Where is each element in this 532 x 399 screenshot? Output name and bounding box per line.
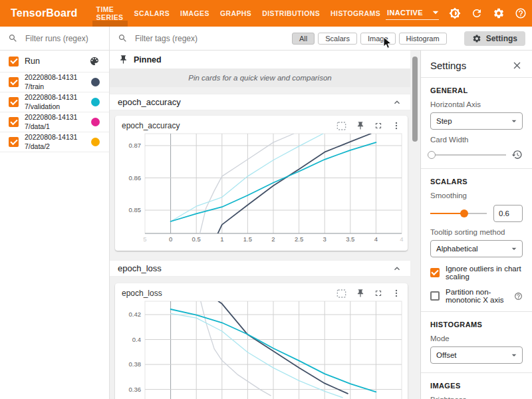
run-master-checkbox[interactable]: [9, 57, 19, 66]
cards-area: Pinned Pin cards for a quick view and co…: [110, 51, 420, 399]
run-checkbox[interactable]: [9, 97, 19, 107]
run-row-data-1[interactable]: 20220808-141317/data/1: [0, 112, 109, 132]
search-icon: [118, 33, 128, 43]
chip-histogram[interactable]: Histogram: [399, 33, 447, 45]
fullscreen-icon[interactable]: [374, 289, 383, 298]
histogram-mode-select[interactable]: Offset: [430, 346, 523, 364]
run-color-dot: [91, 78, 100, 86]
images-heading: IMAGES: [430, 382, 523, 390]
pinned-empty-message: Pin cards for a quick view and compariso…: [110, 68, 410, 87]
svg-text:0.42: 0.42: [129, 311, 142, 318]
filter-runs-field: [0, 27, 109, 51]
filter-tags-field: [118, 33, 283, 44]
settings-panel: Settings GENERAL Horizontal Axis Step Ca…: [420, 51, 532, 399]
svg-text:3: 3: [323, 235, 327, 243]
restore-icon: [511, 149, 523, 160]
svg-text:0.38: 0.38: [129, 360, 142, 368]
run-row-validation[interactable]: 20220808-141317/validation: [0, 92, 109, 112]
run-checkbox[interactable]: [9, 117, 19, 127]
run-color-dot: [91, 118, 100, 126]
gear-icon: [472, 34, 481, 43]
ignore-outliers-checkbox[interactable]: Ignore outliers in chart scaling: [430, 265, 523, 281]
reset-card-width-button[interactable]: [511, 149, 523, 160]
smoothing-slider[interactable]: [430, 209, 487, 218]
run-checkbox[interactable]: [9, 137, 19, 147]
app-header: TensorBoard TIME SERIES SCALARS IMAGES G…: [0, 0, 532, 27]
help-icon[interactable]: [515, 7, 527, 19]
help-icon[interactable]: [514, 292, 523, 301]
svg-text:4: 4: [400, 235, 403, 243]
svg-text:1: 1: [220, 235, 223, 243]
tab-histograms[interactable]: HISTOGRAMS: [325, 0, 386, 27]
fit-to-data-icon[interactable]: [336, 289, 347, 299]
histograms-heading: HISTOGRAMS: [430, 321, 523, 329]
checkbox-icon: [430, 291, 440, 301]
pin-icon[interactable]: [356, 121, 365, 130]
svg-text:0.36: 0.36: [129, 386, 142, 393]
svg-text:4: 4: [374, 235, 378, 243]
settings-button[interactable]: Settings: [464, 31, 525, 46]
svg-text:1.5: 1.5: [243, 235, 252, 243]
fit-to-data-icon[interactable]: [336, 121, 347, 131]
svg-text:3.5: 3.5: [346, 235, 354, 243]
chevron-down-icon: [432, 11, 439, 15]
epoch-accuracy-chart[interactable]: 0.850.860.8700.511.522.533.5454: [122, 132, 401, 245]
main-nav-tabs: TIME SERIES SCALARS IMAGES GRAPHS DISTRI…: [91, 0, 386, 27]
filter-tags-input[interactable]: [134, 33, 283, 44]
chevron-down-icon: [509, 243, 519, 254]
pin-icon: [118, 55, 128, 65]
slider-thumb[interactable]: [460, 209, 468, 217]
chevron-down-icon: [509, 116, 519, 126]
more-vert-icon[interactable]: [392, 289, 401, 298]
main-scrollbar[interactable]: [412, 51, 418, 399]
reload-status-select[interactable]: INACTIVE: [386, 7, 439, 20]
run-color-dot: [91, 98, 100, 106]
tag-filter-chips: All Scalars Image Histogram: [289, 33, 447, 45]
svg-text:2.5: 2.5: [295, 235, 303, 243]
tab-images[interactable]: IMAGES: [175, 0, 215, 27]
filter-runs-input[interactable]: [24, 33, 101, 44]
tooltip-sorting-select[interactable]: Alphabetical: [430, 240, 523, 257]
svg-text:0.86: 0.86: [129, 174, 142, 182]
epoch-loss-chart[interactable]: 0.360.380.40.4200.511.522.533.54: [122, 300, 401, 399]
palette-icon[interactable]: [89, 56, 100, 66]
scalar-card-epoch-accuracy: epoch_accuracy 0.850.860.8700.511.522.53…: [115, 116, 408, 251]
partition-x-axis-checkbox[interactable]: Partition non-monotonic X axis: [430, 288, 523, 304]
tab-scalars[interactable]: SCALARS: [129, 0, 176, 27]
chip-scalars[interactable]: Scalars: [318, 33, 357, 45]
brightness-toggle-icon[interactable]: [449, 7, 461, 19]
chip-all[interactable]: All: [292, 33, 315, 45]
pinned-section-header: Pinned: [110, 51, 410, 68]
section-epoch-loss[interactable]: epoch_loss: [110, 260, 410, 277]
chevron-up-icon[interactable]: [392, 263, 402, 274]
gear-icon[interactable]: [493, 7, 505, 19]
search-icon: [8, 33, 18, 43]
tags-toolbar: All Scalars Image Histogram Settings: [110, 27, 532, 51]
run-checkbox[interactable]: [9, 77, 19, 87]
runs-sidebar: Run 20220808-141317/train 20220808-14131…: [0, 27, 110, 399]
smoothing-value-input[interactable]: [493, 205, 523, 222]
fullscreen-icon[interactable]: [374, 121, 383, 130]
tab-distributions[interactable]: DISTRIBUTIONS: [257, 0, 325, 27]
mouse-cursor: [383, 37, 392, 49]
more-vert-icon[interactable]: [392, 121, 401, 130]
pin-icon[interactable]: [356, 289, 365, 298]
slider-thumb[interactable]: [428, 151, 436, 159]
svg-text:0.87: 0.87: [129, 142, 142, 149]
scalar-card-epoch-loss: epoch_loss 0.360.380.40.4200.511.522.533…: [115, 283, 408, 399]
scrollbar-thumb[interactable]: [412, 57, 418, 142]
runs-header-row[interactable]: Run: [0, 51, 109, 72]
checkbox-icon: [430, 268, 440, 277]
close-icon[interactable]: [511, 60, 523, 71]
run-row-train[interactable]: 20220808-141317/train: [0, 72, 109, 92]
card-width-slider[interactable]: [430, 150, 506, 160]
svg-text:0.4: 0.4: [132, 336, 141, 343]
horizontal-axis-select[interactable]: Step: [430, 112, 523, 130]
run-row-data-2[interactable]: 20220808-141317/data/2: [0, 132, 109, 152]
tab-time-series[interactable]: TIME SERIES: [91, 0, 129, 27]
section-epoch-accuracy[interactable]: epoch_accuracy: [110, 94, 410, 110]
settings-panel-title: Settings: [430, 60, 466, 71]
chevron-up-icon[interactable]: [392, 97, 402, 108]
tab-graphs[interactable]: GRAPHS: [215, 0, 257, 27]
refresh-icon[interactable]: [471, 7, 483, 19]
